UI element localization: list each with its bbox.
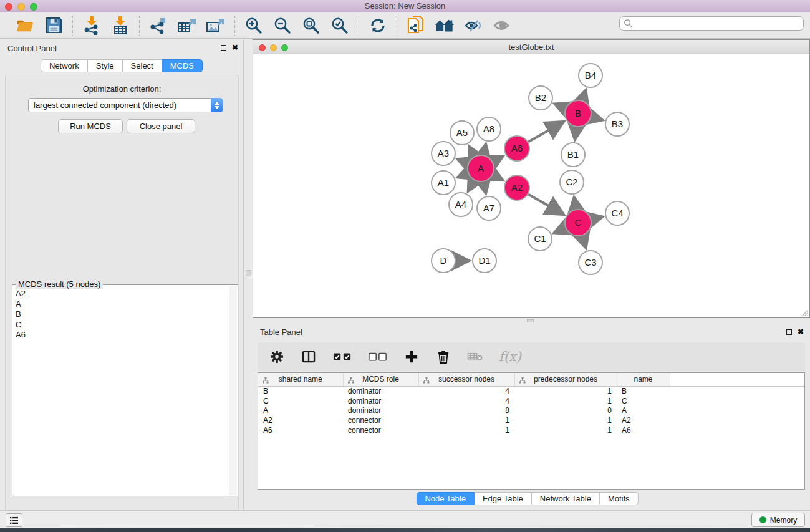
search-icon	[624, 19, 633, 28]
column-header-shared-name[interactable]: shared name	[258, 373, 343, 386]
export-network-icon[interactable]	[148, 16, 168, 36]
tab-mcds[interactable]: MCDS	[162, 59, 203, 72]
delete-column-icon[interactable]	[435, 349, 451, 365]
tab-motifs[interactable]: Motifs	[600, 492, 639, 505]
tab-node-table[interactable]: Node Table	[416, 492, 475, 505]
search-input[interactable]	[635, 19, 803, 28]
deselect-all-icon[interactable]	[368, 349, 388, 365]
result-item[interactable]: A	[16, 299, 229, 310]
mcds-result-box: MCDS result (5 nodes) A2ABCA6	[12, 284, 238, 496]
zoom-fit-icon[interactable]	[301, 16, 321, 36]
tab-network-table[interactable]: Network Table	[532, 492, 600, 505]
result-item[interactable]: C	[16, 320, 229, 331]
network-window-titlebar[interactable]: testGlobe.txt	[253, 40, 809, 54]
float-panel-icon[interactable]	[221, 45, 226, 51]
graph-edge-C-C3[interactable]	[582, 236, 586, 248]
tab-edge-table[interactable]: Edge Table	[475, 492, 532, 505]
table-cell: 4	[418, 386, 514, 396]
column-header-name[interactable]: name	[617, 373, 670, 386]
tab-select[interactable]: Select	[123, 59, 162, 72]
add-column-icon[interactable]	[403, 349, 420, 365]
memory-button[interactable]: Memory	[751, 513, 805, 527]
graph-edge-B-B2[interactable]	[555, 104, 566, 109]
export-table-icon[interactable]	[177, 16, 197, 36]
criterion-dropdown[interactable]: largest connected component (directed)	[28, 98, 223, 112]
column-layout-icon[interactable]	[301, 349, 317, 365]
select-all-icon[interactable]	[332, 349, 352, 365]
graph-edge-A-A3[interactable]	[458, 159, 468, 163]
graph-edge-A-A2[interactable]	[493, 175, 503, 180]
close-table-panel-icon[interactable]: ✖	[798, 329, 804, 335]
zoom-out-icon[interactable]	[272, 16, 292, 36]
result-scrollbar[interactable]	[229, 286, 237, 495]
table-cell: C	[258, 396, 343, 406]
show-graphics-icon[interactable]	[492, 16, 512, 36]
graph-node-label: B1	[567, 149, 579, 160]
close-panel-icon[interactable]: ✖	[232, 44, 238, 51]
graph-edge-A-A6[interactable]	[493, 157, 503, 162]
float-table-panel-icon[interactable]	[786, 329, 792, 335]
table-cell: A2	[258, 415, 343, 425]
graph-node-label: A3	[438, 148, 449, 158]
graph-edge-A-A4[interactable]	[468, 180, 474, 191]
open-file-icon[interactable]	[15, 16, 35, 36]
table-cell: 1	[418, 425, 514, 435]
hierarchy-icon	[348, 377, 354, 384]
tab-style[interactable]: Style	[88, 59, 123, 72]
graph-node-label: C1	[534, 233, 546, 244]
graph-node-label: A6	[511, 143, 523, 153]
graph-edge-A6-B[interactable]	[528, 122, 563, 142]
table-row[interactable]: A2connector11A2	[258, 415, 804, 425]
result-item[interactable]: A2	[16, 289, 229, 299]
search-box[interactable]	[619, 16, 804, 31]
home-icon[interactable]	[435, 16, 455, 36]
network-graph[interactable]: AA1A2A3A4A5A6A7A8BB1B2B3B4CC1C2C3C4DD1	[253, 54, 809, 317]
control-panel-title: Control Panel	[7, 44, 57, 53]
graph-edge-A-A8[interactable]	[483, 144, 486, 155]
table-row[interactable]: Bdominator41B	[258, 386, 804, 396]
zoom-in-icon[interactable]	[244, 16, 264, 36]
graph-edge-A2-C[interactable]	[528, 194, 563, 214]
node-table[interactable]: shared name MCDS role successor nodes pr…	[258, 372, 805, 490]
graph-edge-B-B4[interactable]	[582, 90, 586, 100]
graph-node-label: C	[575, 217, 582, 228]
window-resize-grip[interactable]	[800, 308, 808, 316]
vertical-split-handle[interactable]	[246, 270, 251, 276]
zoom-selected-icon[interactable]	[330, 16, 350, 36]
hide-graphics-icon[interactable]	[463, 16, 483, 36]
table-row[interactable]: Adominator80A	[258, 405, 804, 415]
close-panel-button[interactable]: Close panel	[127, 119, 195, 133]
table-panel-title: Table Panel	[260, 327, 302, 337]
column-header-successor-nodes[interactable]: successor nodes	[418, 373, 514, 386]
result-item[interactable]: A6	[16, 330, 229, 341]
table-row[interactable]: Cdominator41C	[258, 396, 804, 406]
graph-edge-B-B3[interactable]	[591, 117, 602, 120]
column-header-mcds-role[interactable]: MCDS role	[343, 373, 418, 386]
table-toolbar: f(x)	[258, 342, 805, 371]
export-image-icon[interactable]	[206, 16, 226, 36]
graph-node-label: A7	[483, 203, 494, 213]
hierarchy-icon	[519, 377, 526, 384]
cyndex-icon[interactable]	[406, 16, 426, 36]
graph-edge-A-A1[interactable]	[458, 173, 468, 177]
import-table-icon[interactable]	[110, 16, 130, 36]
table-cell: 8	[418, 405, 514, 415]
graph-edge-A-A5[interactable]	[470, 147, 475, 156]
refresh-icon[interactable]	[368, 16, 388, 36]
graph-edge-C-C2[interactable]	[574, 198, 576, 210]
run-mcds-button[interactable]: Run MCDS	[58, 119, 123, 133]
network-canvas[interactable]: AA1A2A3A4A5A6A7A8BB1B2B3B4CC1C2C3C4DD1	[253, 54, 809, 317]
save-session-icon[interactable]	[44, 16, 64, 36]
graph-edge-C-C1[interactable]	[554, 228, 566, 233]
table-row[interactable]: A6connector11A6	[258, 425, 804, 435]
graph-node-label: A1	[438, 177, 449, 188]
graph-edge-A-A7[interactable]	[483, 182, 486, 193]
tab-network[interactable]: Network	[41, 59, 88, 72]
import-network-icon[interactable]	[82, 16, 102, 36]
gear-icon[interactable]	[269, 349, 285, 365]
result-item[interactable]: B	[16, 309, 229, 320]
task-history-button[interactable]	[6, 513, 22, 527]
column-header-predecessor-nodes[interactable]: predecessor nodes	[514, 373, 617, 386]
graph-edge-C-C4[interactable]	[591, 217, 602, 220]
graph-edge-B-B1[interactable]	[575, 127, 576, 139]
